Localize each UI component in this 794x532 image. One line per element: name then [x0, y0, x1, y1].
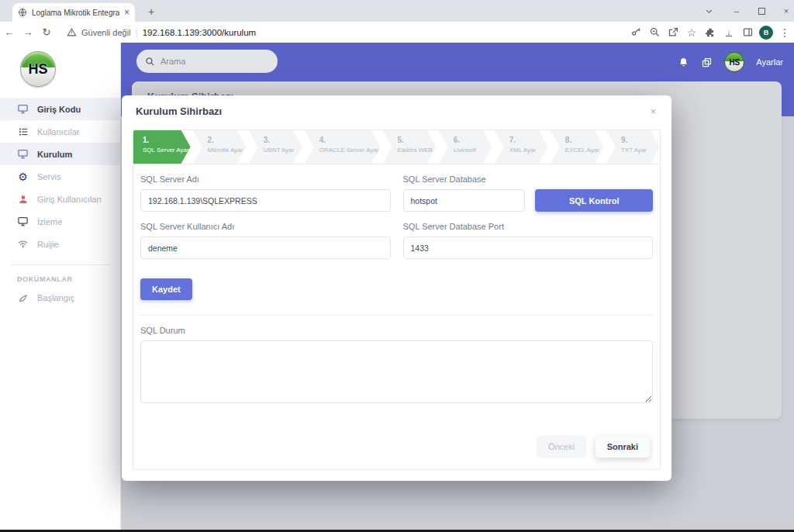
- modal-title: Kurulum Sihirbazı: [136, 105, 648, 117]
- window-close-button[interactable]: ×: [774, 0, 794, 22]
- sidebar-item-label: Başlangıç: [37, 293, 74, 302]
- sidebar-item-kullanicilar[interactable]: Kullanıcılar: [0, 120, 121, 143]
- window-minimize-button[interactable]: –: [724, 0, 749, 22]
- download-icon[interactable]: ↓: [720, 28, 738, 36]
- browser-address-bar: ← → ↻ Güvenli değil | 192.168.1.139:3000…: [0, 22, 794, 43]
- not-secure-warning-icon: [67, 27, 77, 37]
- sql-server-name-input[interactable]: [140, 189, 391, 212]
- wizard-step-6[interactable]: 6. Livinsoft: [439, 130, 492, 164]
- forward-icon[interactable]: →: [19, 26, 37, 38]
- header-search[interactable]: [136, 50, 278, 73]
- rocket-icon: [17, 292, 29, 303]
- sidebar-item-label: Kullanıcılar: [37, 127, 79, 136]
- next-button[interactable]: Sonraki: [596, 436, 650, 458]
- tab-search-chevron-icon[interactable]: [696, 0, 721, 22]
- sidebar-item-label: Ruijie: [37, 240, 59, 249]
- tab-close-icon[interactable]: ×: [124, 8, 129, 17]
- tab-title: Loglama Mikrotik Entegrasyon G: [32, 9, 119, 17]
- sidebar-item-giris-kodu[interactable]: Giriş Kodu: [0, 98, 121, 120]
- search-input[interactable]: [161, 57, 254, 66]
- sql-status-label: SQL Durum: [140, 326, 653, 335]
- notifications-bell-icon[interactable]: [678, 57, 689, 68]
- url-separator: |: [136, 27, 138, 38]
- sql-server-name-label: SQL Server Adı: [140, 174, 391, 184]
- wizard-step-4[interactable]: 4. ORACLE Server Ayar: [305, 130, 381, 164]
- app-root: Kurulum Sihirbazı HS Ayarlar HS: [0, 43, 794, 530]
- wizard-step-7[interactable]: 7. XML Ayar: [495, 130, 548, 164]
- new-tab-button[interactable]: +: [144, 5, 158, 19]
- window-maximize-button[interactable]: [749, 0, 774, 22]
- reload-icon[interactable]: ↻: [37, 26, 56, 38]
- security-label: Güvenli değil: [81, 28, 131, 37]
- wizard-toolbar: Önceki Sonraki: [133, 427, 660, 469]
- wizard-step-1[interactable]: 1. SQL Server Ayar: [133, 130, 191, 164]
- app-logo: HS: [20, 51, 56, 87]
- user-icon: [17, 193, 29, 205]
- modal-close-icon[interactable]: ×: [648, 105, 658, 117]
- form-divider: [140, 315, 654, 316]
- wizard-step-3[interactable]: 3. UBNT Ayar: [249, 130, 302, 164]
- sql-username-label: SQL Server Kullanıcı Adı: [140, 222, 391, 231]
- sidebar-item-baslangic[interactable]: Başlangıç: [0, 286, 121, 309]
- wizard-step-2[interactable]: 2. Mikrotik Ayar: [193, 130, 247, 164]
- sql-database-label: SQL Server Database: [403, 174, 654, 184]
- monitor-icon: [17, 103, 29, 115]
- windows-copy-icon[interactable]: [701, 57, 713, 68]
- extensions-puzzle-icon[interactable]: [701, 27, 720, 38]
- sql-status-textarea[interactable]: [140, 340, 653, 403]
- sidebar-item-ruijie[interactable]: Ruijie: [0, 233, 121, 255]
- monitor-icon: [17, 148, 29, 160]
- sql-port-input[interactable]: [403, 237, 654, 259]
- back-icon[interactable]: ←: [0, 26, 19, 38]
- browser-menu-dots-icon[interactable]: ⋮: [775, 26, 794, 39]
- gear-icon: ⚙: [17, 171, 29, 182]
- browser-tab-bar: Loglama Mikrotik Entegrasyon G × + – ×: [0, 0, 794, 22]
- sidebar-item-giris-kullanicilari[interactable]: Giriş Kullanıcıları: [0, 188, 121, 210]
- sidebar-item-label: İzleme: [37, 217, 62, 226]
- list-icon: [17, 126, 29, 137]
- previous-button[interactable]: Önceki: [537, 436, 586, 458]
- wizard-step-9[interactable]: 9. TXT Ayar: [606, 130, 660, 164]
- wizard-steps: 1. SQL Server Ayar 2. Mikrotik Ayar 3. U…: [133, 130, 660, 164]
- header-actions: HS Ayarlar: [678, 49, 783, 75]
- setup-wizard-modal: Kurulum Sihirbazı × 1. SQL Server Ayar 2…: [122, 95, 671, 481]
- sql-kontrol-button[interactable]: SQL Kontrol: [535, 189, 653, 212]
- globe-favicon-icon: [18, 8, 27, 17]
- search-icon: [145, 57, 155, 67]
- user-menu-label[interactable]: Ayarlar: [756, 57, 783, 67]
- bookmark-star-icon[interactable]: ☆: [682, 26, 701, 39]
- sidebar-item-label: Giriş Kullanıcıları: [37, 195, 102, 204]
- sidebar-section-title: DOKÜMANLAR: [0, 265, 121, 286]
- wizard-step-5[interactable]: 5. Elektra WEB: [383, 130, 437, 164]
- share-icon[interactable]: [664, 26, 682, 38]
- monitor-icon: [17, 216, 29, 227]
- url-text: 192.168.1.139:3000/kurulum: [143, 28, 256, 37]
- save-button[interactable]: Kaydet: [140, 278, 192, 300]
- browser-tab[interactable]: Loglama Mikrotik Entegrasyon G ×: [12, 3, 135, 22]
- zoom-icon[interactable]: [645, 26, 664, 38]
- browser-profile-avatar[interactable]: B: [757, 26, 775, 40]
- side-panel-icon[interactable]: [738, 26, 757, 38]
- wizard-body: SQL Server Adı SQL Server Database SQL K…: [133, 164, 660, 427]
- modal-header: Kurulum Sihirbazı ×: [122, 95, 671, 123]
- sidebar-item-servis[interactable]: ⚙ Servis: [0, 165, 121, 188]
- wifi-icon: [17, 238, 29, 250]
- sql-database-input[interactable]: [403, 189, 526, 212]
- wizard-step-8[interactable]: 8. EXCEL Ayar: [551, 130, 604, 164]
- sidebar-item-label: Giriş Kodu: [37, 105, 81, 114]
- sidebar: HS Giriş Kodu Kullanıcılar Kurulum: [0, 43, 121, 530]
- maximize-icon: [758, 8, 765, 15]
- sidebar-item-kurulum[interactable]: Kurulum: [0, 143, 121, 165]
- sidebar-item-izleme[interactable]: İzleme: [0, 210, 121, 233]
- sidebar-item-label: Kurulum: [37, 150, 72, 159]
- sql-username-input[interactable]: [140, 237, 391, 259]
- password-key-icon[interactable]: [627, 26, 645, 38]
- url-field[interactable]: Güvenli değil | 192.168.1.139:3000/kurul…: [67, 27, 627, 38]
- sql-port-label: SQL Server Database Port: [403, 222, 654, 231]
- wizard-container: 1. SQL Server Ayar 2. Mikrotik Ayar 3. U…: [133, 130, 661, 470]
- sidebar-item-label: Servis: [37, 172, 61, 181]
- user-avatar[interactable]: HS: [724, 52, 744, 72]
